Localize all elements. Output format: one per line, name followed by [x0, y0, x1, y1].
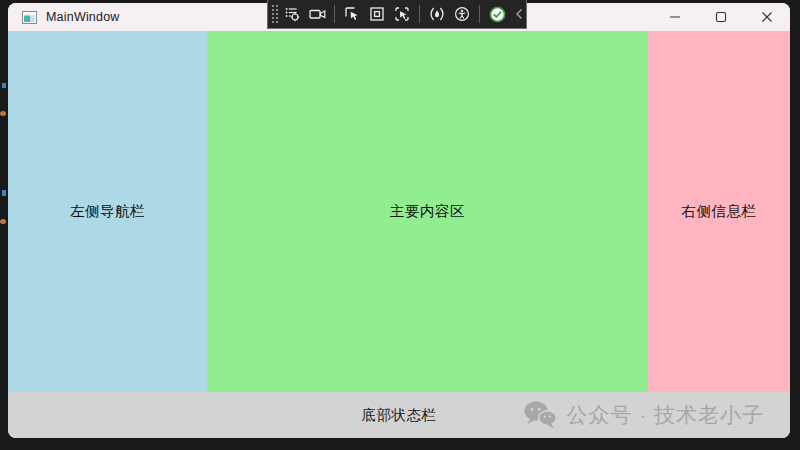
live-visual-tree-button[interactable]: [281, 2, 303, 26]
accessibility-checker-button[interactable]: [451, 2, 473, 26]
toolbar-grip-handle[interactable]: [270, 3, 278, 25]
toolbar-divider: [334, 5, 335, 23]
chevron-left-icon: [513, 7, 525, 21]
window-controls: [652, 3, 790, 31]
vs-debug-toolbar: [267, 0, 527, 29]
close-icon: [761, 11, 773, 23]
maximize-icon: [715, 11, 727, 23]
background-artifact: [2, 83, 6, 88]
main-content-panel: 主要内容区: [207, 31, 648, 392]
right-info-panel: 右侧信息栏: [648, 31, 790, 392]
maximize-button[interactable]: [698, 3, 744, 31]
hot-reload-icon: [429, 6, 445, 22]
display-layout-adorners-button[interactable]: [366, 2, 388, 26]
main-window: MainWindow: [8, 3, 790, 438]
status-bar-label: 底部状态栏: [362, 406, 437, 425]
desktop-background: MainWindow: [0, 0, 800, 450]
left-nav-label: 左侧导航栏: [70, 202, 145, 221]
live-visual-tree-icon: [284, 6, 300, 22]
background-artifact: [2, 190, 6, 196]
app-icon: [22, 11, 37, 24]
track-focused-element-button[interactable]: [391, 2, 413, 26]
close-button[interactable]: [744, 3, 790, 31]
toolbar-divider: [479, 5, 480, 23]
accessibility-checker-icon: [454, 6, 470, 22]
window-content: 左侧导航栏 主要内容区 右侧信息栏: [8, 31, 790, 392]
select-element-icon: [344, 6, 360, 22]
hot-reload-button[interactable]: [426, 2, 448, 26]
minimize-icon: [669, 11, 681, 23]
wechat-icon: [523, 400, 557, 430]
track-focused-element-icon: [394, 6, 410, 22]
status-bar: 底部状态栏 公众号 · 技术老小子: [8, 392, 790, 438]
window-title: MainWindow: [46, 10, 120, 24]
watermark-text: 公众号 · 技术老小子: [566, 401, 764, 429]
collapse-toolbar-button[interactable]: [511, 2, 527, 26]
main-content-label: 主要内容区: [390, 202, 465, 221]
left-nav-panel: 左侧导航栏: [8, 31, 207, 392]
hot-reload-success-icon: [489, 6, 506, 23]
select-element-button[interactable]: [341, 2, 363, 26]
layout-adorners-icon: [369, 6, 385, 22]
background-artifact: [0, 111, 6, 116]
background-artifact: [0, 219, 6, 224]
camera-icon: [309, 6, 326, 22]
watermark: 公众号 · 技术老小子: [523, 400, 764, 430]
minimize-button[interactable]: [652, 3, 698, 31]
capture-screenshot-button[interactable]: [306, 2, 328, 26]
right-info-label: 右侧信息栏: [682, 202, 757, 221]
toolbar-divider: [419, 5, 420, 23]
hot-reload-status-button[interactable]: [486, 2, 508, 26]
